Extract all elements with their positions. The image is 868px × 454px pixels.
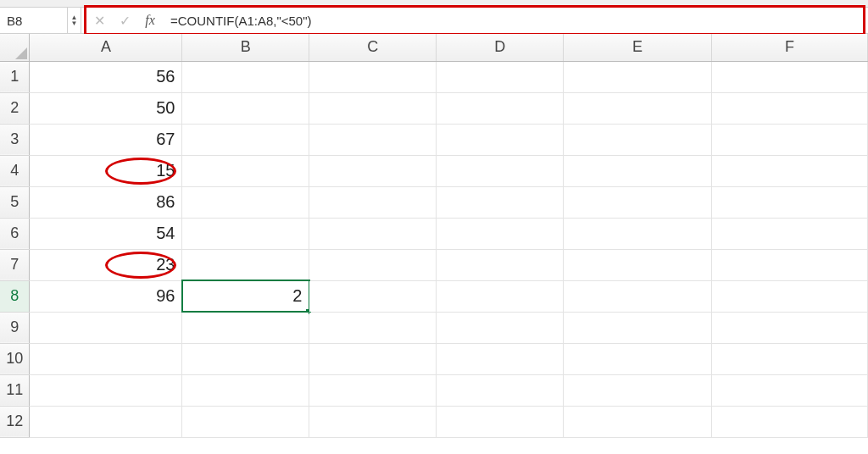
name-box[interactable]: B8 (0, 8, 68, 33)
cell-F3[interactable] (712, 124, 868, 155)
cell-C6[interactable] (309, 218, 437, 249)
cell-B10[interactable] (182, 343, 309, 374)
col-header-F[interactable]: F (712, 34, 868, 61)
cell-D1[interactable] (437, 61, 564, 92)
cell-F1[interactable] (712, 61, 868, 92)
cell-F12[interactable] (712, 406, 868, 437)
cell-E1[interactable] (564, 61, 712, 92)
cell-D10[interactable] (437, 343, 564, 374)
row-header-10[interactable]: 10 (0, 343, 30, 374)
select-all-corner[interactable] (0, 34, 30, 61)
cell-F6[interactable] (712, 218, 868, 249)
cell-A6[interactable]: 54 (30, 218, 182, 249)
row-header-12[interactable]: 12 (0, 406, 30, 437)
cell-A9[interactable] (30, 312, 182, 343)
cell-C8[interactable] (309, 280, 437, 312)
cell-D4[interactable] (437, 155, 564, 186)
spinner-down-icon[interactable]: ▼ (71, 20, 78, 26)
cell-F4[interactable] (712, 155, 868, 186)
cell-A7[interactable]: 23 (30, 249, 182, 280)
row-header-5[interactable]: 5 (0, 186, 30, 218)
cell-B12[interactable] (182, 406, 309, 437)
row-header-8[interactable]: 8 (0, 280, 30, 312)
cell-C4[interactable] (309, 155, 437, 186)
cell-E11[interactable] (564, 374, 712, 406)
cell-B4[interactable] (182, 155, 309, 186)
cell-D9[interactable] (437, 312, 564, 343)
col-header-B[interactable]: B (182, 34, 309, 61)
cell-D3[interactable] (437, 124, 564, 155)
row-header-4[interactable]: 4 (0, 155, 30, 186)
cell-D5[interactable] (437, 186, 564, 218)
cell-A10[interactable] (30, 343, 182, 374)
cell-E7[interactable] (564, 249, 712, 280)
cell-F7[interactable] (712, 249, 868, 280)
fx-icon[interactable]: fx (137, 13, 163, 28)
cell-D8[interactable] (437, 280, 564, 312)
cell-E2[interactable] (564, 92, 712, 124)
cell-B11[interactable] (182, 374, 309, 406)
col-header-E[interactable]: E (564, 34, 712, 61)
name-box-spinner[interactable]: ▲ ▼ (68, 8, 81, 33)
formula-bar: B8 ▲ ▼ ✕ ✓ fx (0, 7, 868, 34)
cell-F2[interactable] (712, 92, 868, 124)
cell-B2[interactable] (182, 92, 309, 124)
cell-A5[interactable]: 86 (30, 186, 182, 218)
cell-B6[interactable] (182, 218, 309, 249)
cell-C7[interactable] (309, 249, 437, 280)
cell-C10[interactable] (309, 343, 437, 374)
enter-icon[interactable]: ✓ (112, 13, 137, 29)
cell-A2[interactable]: 50 (30, 92, 182, 124)
cell-A4[interactable]: 15 (30, 155, 182, 186)
cell-D7[interactable] (437, 249, 564, 280)
cell-D11[interactable] (437, 374, 564, 406)
cell-E9[interactable] (564, 312, 712, 343)
cell-A8[interactable]: 96 (30, 280, 182, 312)
cell-E10[interactable] (564, 343, 712, 374)
cell-E6[interactable] (564, 218, 712, 249)
cell-B9[interactable] (182, 312, 309, 343)
cell-C9[interactable] (309, 312, 437, 343)
cell-B5[interactable] (182, 186, 309, 218)
cell-A3[interactable]: 67 (30, 124, 182, 155)
cell-D6[interactable] (437, 218, 564, 249)
cell-E4[interactable] (564, 155, 712, 186)
cell-B1[interactable] (182, 61, 309, 92)
cell-B3[interactable] (182, 124, 309, 155)
row-header-3[interactable]: 3 (0, 124, 30, 155)
cell-F11[interactable] (712, 374, 868, 406)
row-header-6[interactable]: 6 (0, 218, 30, 249)
col-header-C[interactable]: C (309, 34, 437, 61)
cell-E12[interactable] (564, 406, 712, 437)
cell-A1[interactable]: 56 (30, 61, 182, 92)
row-header-11[interactable]: 11 (0, 374, 30, 406)
cell-A12[interactable] (30, 406, 182, 437)
cell-B7[interactable] (182, 249, 309, 280)
cell-C11[interactable] (309, 374, 437, 406)
cell-D12[interactable] (437, 406, 564, 437)
cell-E8[interactable] (564, 280, 712, 312)
cell-F10[interactable] (712, 343, 868, 374)
cell-A11[interactable] (30, 374, 182, 406)
cell-E5[interactable] (564, 186, 712, 218)
cancel-icon[interactable]: ✕ (86, 13, 112, 29)
col-header-A[interactable]: A (30, 34, 182, 61)
cell-F9[interactable] (712, 312, 868, 343)
cell-F8[interactable] (712, 280, 868, 312)
cell-F5[interactable] (712, 186, 868, 218)
cell-D2[interactable] (437, 92, 564, 124)
cell-C12[interactable] (309, 406, 437, 437)
row-header-9[interactable]: 9 (0, 312, 30, 343)
cell-C1[interactable] (309, 61, 437, 92)
row-header-2[interactable]: 2 (0, 92, 30, 124)
cell-C2[interactable] (309, 92, 437, 124)
cell-C3[interactable] (309, 124, 437, 155)
row-header-1[interactable]: 1 (0, 61, 30, 92)
formula-input[interactable] (164, 8, 863, 33)
row-header-7[interactable]: 7 (0, 249, 30, 280)
cell-E3[interactable] (564, 124, 712, 155)
annotation-circle (105, 252, 176, 279)
cell-B8[interactable]: 2 (182, 280, 309, 312)
cell-C5[interactable] (309, 186, 437, 218)
col-header-D[interactable]: D (437, 34, 564, 61)
